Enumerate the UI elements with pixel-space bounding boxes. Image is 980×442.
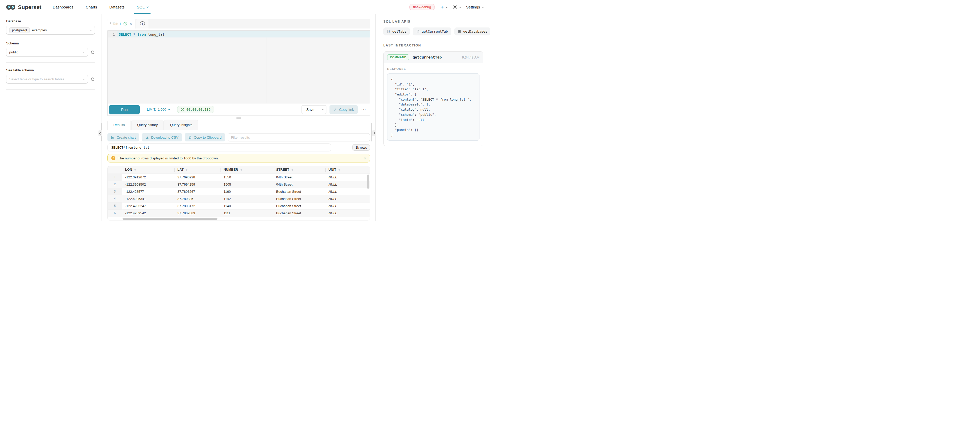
environment-badge: flask-debug <box>409 4 435 10</box>
collapse-right-panel-button[interactable] <box>372 130 376 136</box>
schema-value: public <box>9 50 18 54</box>
results-table-card: LON LAT NUMBER STREET UNIT 1 -122.391267… <box>107 166 370 220</box>
chevron-down-icon <box>83 77 86 80</box>
check-circle-icon <box>123 22 127 26</box>
table-horizontal-scrollbar-track <box>108 217 370 220</box>
table-header-row: LON LAT NUMBER STREET UNIT <box>108 166 370 174</box>
tab-query-insights[interactable]: Query Insights <box>164 120 198 130</box>
column-header-lon[interactable]: LON <box>122 166 174 174</box>
sql-lab-sidebar: Database postgresql examples Schema publ… <box>0 14 102 221</box>
query-timer: 00:00:00.189 <box>177 106 214 113</box>
executed-query-preview[interactable]: SELECT * from long_lat <box>107 144 331 152</box>
table-row[interactable]: 2 -122.3908502 37.7694259 1505 04th Stre… <box>108 181 370 188</box>
drag-handle-icon[interactable] <box>110 22 111 26</box>
column-header-street[interactable]: STREET <box>273 166 325 174</box>
close-icon[interactable]: × <box>364 156 366 160</box>
collapse-sidebar-button[interactable] <box>99 130 102 136</box>
editor-code-line: SELECT * from long_lat <box>118 31 370 37</box>
nav-item-dashboards[interactable]: Dashboards <box>51 0 74 14</box>
table-horizontal-scrollbar[interactable] <box>123 218 218 220</box>
chevron-down-icon <box>459 6 461 8</box>
clock-icon <box>181 108 185 112</box>
nav-item-charts[interactable]: Charts <box>84 0 98 14</box>
sort-icon[interactable] <box>339 169 340 171</box>
run-query-button[interactable]: Run <box>109 105 140 114</box>
schema-label: Schema <box>6 41 95 45</box>
tabs-document-icon <box>387 30 390 34</box>
brand-name: Superset <box>18 4 41 10</box>
copy-clipboard-button[interactable]: Copy to Clipboard <box>185 133 225 141</box>
warning-icon: ! <box>111 156 115 160</box>
sort-icon[interactable] <box>240 169 242 171</box>
limit-dropdown[interactable]: LIMIT: 1 000 <box>147 107 170 112</box>
response-json-box: { "id": "1", "title": "Tab 1", "editor":… <box>387 73 479 140</box>
nav-item-datasets[interactable]: Datasets <box>108 0 126 14</box>
resize-handle[interactable] <box>236 117 241 118</box>
table-schema-label: See table schema <box>6 68 95 72</box>
tab-query-history[interactable]: Query history <box>131 120 164 130</box>
sort-icon[interactable] <box>186 169 188 171</box>
column-header-number[interactable]: NUMBER <box>221 166 273 174</box>
table-vertical-scrollbar[interactable] <box>367 174 369 189</box>
sql-lab-api-panel: SQL LAB APIS getTabs getCurrentTab <box>375 14 490 221</box>
chevron-left-icon <box>99 132 101 134</box>
column-header-unit[interactable]: UNIT <box>325 166 370 174</box>
chevron-down-icon <box>83 50 86 53</box>
filter-results-input[interactable] <box>228 133 370 141</box>
save-button[interactable]: Save <box>302 105 319 114</box>
superset-brand[interactable]: Superset <box>6 4 41 10</box>
table-row[interactable]: 5 -122.4285247 37.7803172 1140 Buchanan … <box>108 202 370 209</box>
sun-icon <box>453 5 457 9</box>
table-row[interactable]: 3 -122.428577 37.7806267 1160 Buchanan S… <box>108 188 370 195</box>
results-tabs: Results Query history Query Insights <box>107 120 370 130</box>
database-label: Database <box>6 19 95 23</box>
sql-editor-card: 1 SELECT * from long_lat Run LIMIT: 1 00… <box>107 30 370 116</box>
command-name: getCurrentTab <box>412 55 442 59</box>
table-select[interactable]: Select table or type to search tables <box>6 75 88 84</box>
link-icon <box>333 108 337 112</box>
api-button-getdatabases[interactable]: getDatabases <box>454 27 490 35</box>
settings-menu[interactable]: Settings <box>466 5 483 9</box>
results-toolbar: Create chart Download to CSV Copy to Cli… <box>107 133 370 141</box>
copy-link-button[interactable]: Copy link <box>329 105 358 114</box>
create-chart-button[interactable]: Create chart <box>107 133 139 141</box>
chevron-down-icon <box>146 5 149 8</box>
rows-limit-warning: ! The number of rows displayed is limite… <box>107 154 370 163</box>
close-tab-icon[interactable]: × <box>130 22 132 26</box>
schema-select[interactable]: public <box>6 48 88 57</box>
main-scrollbar-thumb[interactable] <box>371 123 372 141</box>
chevron-down-icon <box>445 6 448 8</box>
command-type-badge: COMMAND <box>387 54 409 60</box>
nav-item-sql[interactable]: SQL <box>136 0 149 14</box>
table-row[interactable]: 1 -122.3912672 37.7690928 1550 04th Stre… <box>108 174 370 181</box>
column-header-lat[interactable]: LAT <box>174 166 221 174</box>
database-value: examples <box>32 28 47 32</box>
copy-icon <box>188 136 192 139</box>
tab-results[interactable]: Results <box>107 120 131 130</box>
sidebar-divider <box>6 62 95 63</box>
superset-logo-icon <box>6 4 15 10</box>
last-interaction-card: COMMAND getCurrentTab 9:34:48 AM RESPONS… <box>383 51 483 146</box>
add-tab-button[interactable]: + <box>136 19 148 29</box>
more-actions-button[interactable]: ··· <box>361 107 366 112</box>
refresh-tables-icon[interactable] <box>91 77 95 81</box>
api-button-getcurrenttab[interactable]: getCurrentTab <box>413 27 451 35</box>
table-row[interactable]: 4 -122.4285341 37.780385 1142 Buchanan S… <box>108 195 370 202</box>
download-icon <box>145 136 149 139</box>
api-button-gettabs[interactable]: getTabs <box>383 27 410 35</box>
download-csv-button[interactable]: Download to CSV <box>142 133 182 141</box>
theme-toggle-button[interactable] <box>453 5 460 9</box>
sort-icon[interactable] <box>134 169 136 171</box>
editor-tab-1[interactable]: Tab 1 × <box>107 19 135 29</box>
save-options-button[interactable] <box>319 105 326 114</box>
editor-tab-label: Tab 1 <box>113 22 121 26</box>
warning-message: The number of rows displayed is limited … <box>118 156 219 160</box>
new-item-button[interactable]: + <box>441 4 447 10</box>
refresh-schema-icon[interactable] <box>91 50 95 54</box>
sort-icon[interactable] <box>291 169 293 171</box>
table-row[interactable]: 6 -122.4289542 37.7802883 1111 Buchanan … <box>108 209 370 217</box>
command-card-header: COMMAND getCurrentTab 9:34:48 AM <box>383 52 483 63</box>
database-select[interactable]: postgresql examples <box>6 26 95 35</box>
sql-code-editor[interactable]: 1 SELECT * from long_lat <box>108 30 370 103</box>
editor-toolbar: Run LIMIT: 1 000 00:00:00.189 Save <box>108 103 370 115</box>
